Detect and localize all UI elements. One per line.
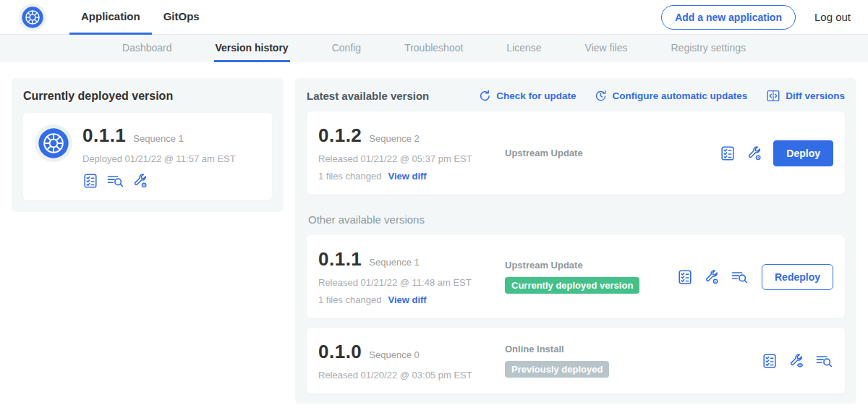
version-number: 0.1.0 (318, 341, 362, 363)
version-source-label: Upstream Update (505, 260, 677, 271)
subnav-tab-troubleshoot-label: Troubleshoot (404, 42, 463, 54)
deployed-sequence-label: Sequence 1 (133, 133, 183, 144)
add-application-button[interactable]: Add a new application (661, 5, 796, 30)
configure-automatic-updates-label: Configure automatic updates (612, 90, 747, 101)
tab-application[interactable]: Application (69, 0, 152, 35)
check-for-update-label: Check for update (496, 90, 576, 101)
sequence-label: Sequence 0 (369, 349, 419, 360)
deploy-button[interactable]: Deploy (773, 140, 833, 166)
version-row-0-1-0: 0.1.0 Sequence 0 Released 01/20/22 @ 03:… (307, 328, 845, 394)
preflight-checklist-icon[interactable] (82, 173, 98, 189)
files-changed-label: 1 files changed (318, 171, 381, 182)
deployed-timestamp: Deployed 01/21/22 @ 11:57 am EST (82, 153, 236, 164)
currently-deployed-card: Currently deployed version 0.1.1 Sequenc… (12, 78, 284, 212)
version-number: 0.1.1 (318, 248, 362, 271)
redeploy-button[interactable]: Redeploy (762, 264, 833, 290)
subnav-tab-registry-settings[interactable]: Registry settings (670, 35, 747, 62)
subnav-tab-dashboard-label: Dashboard (122, 42, 172, 54)
auto-update-icon (595, 90, 607, 102)
released-timestamp: Released 01/21/22 @ 05:37 pm EST (318, 153, 505, 164)
kubernetes-logo-icon (19, 4, 46, 31)
deploy-logs-icon[interactable] (106, 173, 124, 189)
subnav-tab-view-files[interactable]: View files (584, 35, 629, 62)
currently-deployed-title: Currently deployed version (23, 90, 272, 103)
top-header: Application GitOps Add a new application… (0, 0, 868, 35)
view-diff-link[interactable]: View diff (388, 294, 426, 305)
deploy-logs-icon[interactable] (731, 269, 749, 285)
tab-gitops-label: GitOps (163, 10, 200, 22)
header-tabs: Application GitOps (69, 0, 211, 35)
logout-button[interactable]: Log out (814, 11, 851, 23)
subnav-tab-troubleshoot[interactable]: Troubleshoot (403, 35, 464, 62)
app-kubernetes-icon (35, 124, 72, 162)
released-timestamp: Released 01/21/22 @ 11:48 am EST (318, 277, 505, 288)
other-available-versions-title: Other available versions (308, 213, 845, 226)
subnav-tab-dashboard[interactable]: Dashboard (121, 35, 174, 62)
released-timestamp: Released 01/20/22 @ 03:05 pm EST (318, 370, 505, 381)
version-history-panel: Latest available version Check for updat… (295, 78, 856, 404)
tab-application-label: Application (81, 10, 140, 22)
configure-automatic-updates-link[interactable]: Configure automatic updates (595, 90, 747, 102)
diff-versions-label: Diff versions (786, 90, 845, 101)
view-config-icon[interactable] (788, 353, 804, 369)
edit-config-icon[interactable] (704, 269, 720, 285)
edit-config-icon[interactable] (132, 173, 148, 189)
diff-versions-link[interactable]: Diff versions (766, 90, 845, 102)
latest-available-title: Latest available version (307, 90, 429, 102)
files-changed-label: 1 files changed (318, 294, 381, 305)
view-diff-link[interactable]: View diff (388, 171, 426, 182)
version-source-label: Online Install (505, 344, 762, 354)
edit-config-icon[interactable] (746, 145, 762, 161)
subnav-tab-license[interactable]: License (505, 35, 542, 62)
version-row-0-1-2: 0.1.2 Sequence 2 Released 01/21/22 @ 05:… (307, 111, 845, 195)
preflight-checklist-icon[interactable] (720, 145, 736, 161)
subnav-tab-view-files-label: View files (585, 42, 628, 54)
preflight-checklist-icon[interactable] (677, 269, 693, 285)
app-subnav: Dashboard Version history Config Trouble… (0, 35, 868, 62)
sequence-label: Sequence 1 (369, 257, 419, 268)
sequence-label: Sequence 2 (369, 133, 419, 144)
preflight-checklist-icon[interactable] (762, 353, 778, 369)
subnav-tab-license-label: License (506, 42, 541, 54)
diff-icon (766, 90, 780, 102)
deployed-version-item: 0.1.1 Sequence 1 Deployed 01/21/22 @ 11:… (23, 113, 272, 200)
refresh-icon (479, 90, 491, 102)
version-source-label: Upstream Update (505, 148, 720, 158)
check-for-update-link[interactable]: Check for update (479, 90, 576, 102)
subnav-tab-version-history[interactable]: Version history (214, 35, 290, 62)
subnav-tab-version-history-label: Version history (216, 42, 289, 54)
subnav-tab-registry-settings-label: Registry settings (671, 42, 746, 54)
deploy-logs-icon[interactable] (815, 353, 833, 369)
subnav-tab-config-label: Config (332, 42, 361, 54)
previously-deployed-badge: Previously deployed (505, 361, 609, 378)
tab-gitops[interactable]: GitOps (152, 0, 211, 35)
deployed-version-number: 0.1.1 (82, 124, 126, 147)
version-number: 0.1.2 (318, 124, 362, 147)
currently-deployed-badge: Currently deployed version (505, 277, 639, 294)
subnav-tab-config[interactable]: Config (331, 35, 362, 62)
main-content: Currently deployed version 0.1.1 Sequenc… (0, 62, 868, 408)
version-row-0-1-1: 0.1.1 Sequence 1 Released 01/21/22 @ 11:… (307, 235, 845, 318)
